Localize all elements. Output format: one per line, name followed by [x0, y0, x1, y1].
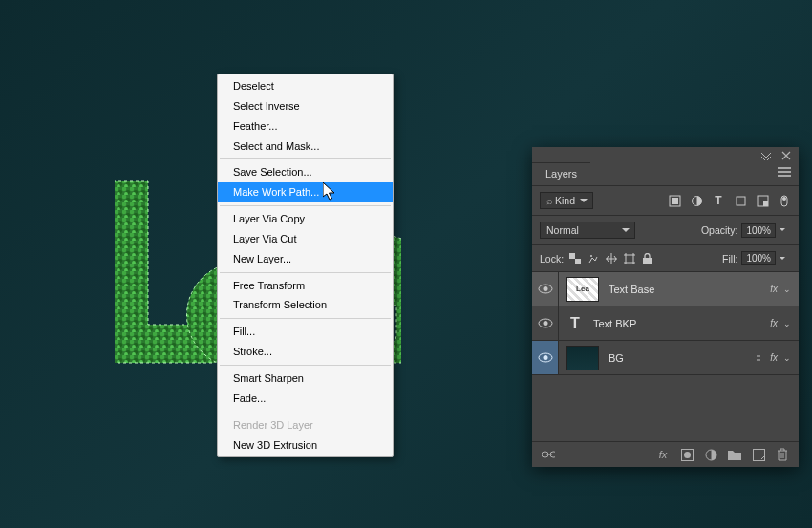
filter-pixel-icon[interactable] [668, 194, 681, 207]
fill-label: Fill: [722, 253, 737, 264]
link-layers-icon[interactable] [542, 448, 555, 461]
svg-point-28 [684, 452, 691, 458]
menu-free-transform[interactable]: Free Transform [218, 276, 393, 296]
menu-stroke[interactable]: Stroke... [218, 342, 393, 362]
menu-layer-via-copy[interactable]: Layer Via Copy [218, 209, 393, 229]
close-icon[interactable] [781, 151, 791, 160]
menu-layer-via-cut[interactable]: Layer Via Cut [218, 229, 393, 249]
svg-point-21 [543, 321, 547, 326]
lock-artboard-icon[interactable] [624, 253, 635, 264]
layer-thumb[interactable]: T [566, 311, 584, 336]
svg-point-19 [543, 286, 547, 291]
layers-panel: Layers ⌕Kind T Normal Opacity: 100% Lock… [532, 147, 799, 467]
layer-name[interactable]: BG [609, 352, 624, 364]
lock-transparent-icon[interactable] [569, 253, 581, 264]
filter-smart-icon[interactable] [756, 194, 769, 207]
fx-icon[interactable]: fx [656, 448, 670, 461]
opacity-value[interactable]: 100% [741, 223, 776, 238]
layer-row[interactable]: BG fx⌄ [532, 341, 799, 375]
layer-row[interactable]: Text Base fx⌄ [532, 272, 799, 306]
menu-transform-selection[interactable]: Transform Selection [218, 295, 393, 315]
svg-point-11 [782, 197, 786, 201]
filter-adjustment-icon[interactable] [690, 194, 703, 207]
context-menu: Deselect Select Inverse Feather... Selec… [217, 74, 394, 457]
collapse-icon[interactable] [760, 151, 772, 160]
layer-thumb[interactable] [566, 277, 599, 302]
menu-render-3d-layer: Render 3D Layer [218, 415, 393, 435]
filter-toggle-icon[interactable] [778, 194, 791, 207]
menu-new-layer[interactable]: New Layer... [218, 249, 393, 269]
chevron-down-icon[interactable]: ⌄ [783, 285, 791, 294]
svg-point-15 [590, 255, 592, 257]
menu-make-work-path[interactable]: Make Work Path... [218, 182, 393, 202]
layer-name[interactable]: Text BKP [593, 318, 636, 329]
menu-select-and-mask[interactable]: Select and Mask... [218, 137, 393, 157]
svg-rect-16 [626, 255, 633, 263]
menu-separator [220, 205, 391, 206]
lock-label: Lock: [540, 253, 564, 264]
filter-type-icon[interactable]: T [712, 194, 725, 207]
svg-rect-5 [672, 198, 678, 204]
panel-menu-icon[interactable] [770, 162, 799, 185]
layers-empty-area [532, 375, 799, 442]
menu-smart-sharpen[interactable]: Smart Sharpen [218, 369, 393, 389]
fill-value[interactable]: 100% [741, 251, 776, 265]
link-icon[interactable] [753, 353, 764, 363]
lock-all-icon[interactable] [642, 253, 652, 264]
fx-badge[interactable]: fx [770, 352, 778, 363]
menu-separator [220, 318, 391, 319]
menu-separator [220, 272, 391, 273]
menu-feather[interactable]: Feather... [218, 116, 393, 137]
adjustment-icon[interactable] [704, 448, 717, 461]
layer-row[interactable]: T Text BKP fx⌄ [532, 306, 799, 341]
opacity-label: Opacity: [701, 224, 738, 236]
menu-fade[interactable]: Fade... [218, 389, 393, 409]
menu-save-selection[interactable]: Save Selection... [218, 162, 393, 182]
menu-deselect[interactable]: Deselect [218, 76, 393, 96]
svg-rect-14 [575, 259, 581, 264]
menu-fill[interactable]: Fill... [218, 322, 393, 342]
filter-shape-icon[interactable] [734, 194, 747, 207]
menu-select-inverse[interactable]: Select Inverse [218, 96, 393, 116]
menu-separator [220, 412, 391, 412]
svg-rect-9 [763, 201, 768, 206]
new-layer-icon[interactable] [752, 448, 765, 461]
svg-rect-7 [737, 197, 745, 205]
layer-name[interactable]: Text Base [609, 284, 654, 295]
lock-position-icon[interactable] [606, 253, 617, 264]
chevron-down-icon[interactable]: ⌄ [783, 353, 791, 363]
menu-new-3d-extrusion[interactable]: New 3D Extrusion [218, 435, 393, 455]
svg-rect-13 [569, 253, 575, 259]
mask-icon[interactable] [680, 448, 694, 461]
svg-rect-17 [643, 258, 652, 264]
chevron-down-icon[interactable]: ⌄ [783, 319, 791, 328]
visibility-toggle[interactable] [532, 341, 559, 374]
visibility-toggle[interactable] [532, 272, 559, 306]
lock-image-icon[interactable] [588, 253, 599, 264]
visibility-toggle[interactable] [532, 306, 559, 340]
tab-layers[interactable]: Layers [532, 162, 590, 185]
trash-icon[interactable] [776, 448, 789, 461]
layer-thumb[interactable] [566, 346, 599, 370]
menu-separator [220, 158, 391, 159]
svg-point-23 [543, 355, 547, 360]
svg-rect-30 [753, 449, 764, 460]
menu-separator [220, 365, 391, 366]
blend-mode-dropdown[interactable]: Normal [540, 222, 635, 239]
group-icon[interactable] [728, 448, 741, 461]
fx-badge[interactable]: fx [770, 318, 778, 328]
fx-badge[interactable]: fx [770, 284, 778, 294]
kind-dropdown[interactable]: ⌕Kind [540, 192, 593, 209]
